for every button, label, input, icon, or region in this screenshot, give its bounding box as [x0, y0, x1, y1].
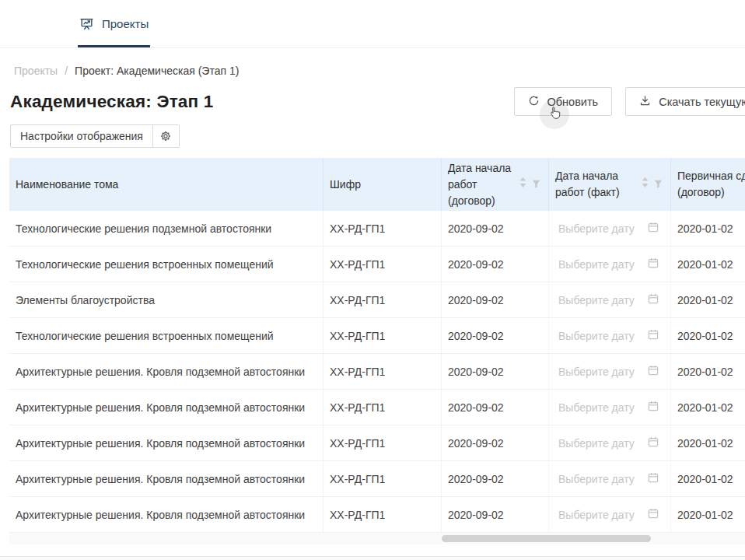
- table-row: Архитектурные решения. Кровля подземной …: [9, 354, 745, 390]
- cell-start-fact: Выберите дату: [548, 390, 670, 425]
- cell-volume-name: Архитектурные решения. Кровля подземной …: [9, 497, 323, 532]
- calendar-icon: [648, 436, 659, 450]
- cell-start-fact: Выберите дату: [548, 282, 670, 317]
- date-picker-placeholder: Выберите дату: [558, 294, 635, 306]
- table-row: Технологические решения встроенных помещ…: [9, 247, 745, 282]
- date-picker-placeholder: Выберите дату: [558, 366, 635, 378]
- breadcrumb: Проекты / Проект: Академическая (Этап 1): [14, 65, 745, 77]
- date-picker-placeholder: Выберите дату: [558, 330, 635, 342]
- cell-start-contract: 2020-09-02: [441, 211, 548, 246]
- horizontal-scrollbar-thumb[interactable]: [442, 535, 651, 542]
- calendar-icon: [648, 508, 659, 521]
- cell-volume-name: Архитектурные решения. Кровля подземной …: [9, 461, 323, 496]
- sort-icon[interactable]: [519, 177, 526, 193]
- calendar-icon: [648, 365, 659, 378]
- date-picker-placeholder: Выберите дату: [558, 473, 635, 485]
- refresh-button-label: Обновить: [547, 96, 599, 108]
- display-settings-label[interactable]: Настройки отображения: [11, 125, 153, 147]
- refresh-icon: [528, 95, 540, 109]
- breadcrumb-root[interactable]: Проекты: [14, 65, 58, 77]
- column-header-start-fact: Дата начала работ (факт): [548, 158, 670, 211]
- cell-primary-contract: 2020-01-02: [670, 247, 745, 282]
- breadcrumb-current: Проект: Академическая (Этап 1): [75, 65, 239, 77]
- cell-volume-name: Технологические решения встроенных помещ…: [9, 247, 323, 282]
- table-row: Архитектурные решения. Кровля подземной …: [9, 425, 745, 461]
- column-header-label: Наименование тома: [16, 177, 317, 193]
- cell-code: ХХ-РД-ГП1: [323, 461, 441, 496]
- cell-start-fact: Выберите дату: [548, 461, 670, 496]
- date-fact-picker[interactable]: Выберите дату: [555, 222, 664, 235]
- cell-start-fact: Выберите дату: [548, 425, 670, 460]
- cell-start-fact: Выберите дату: [548, 318, 670, 353]
- cell-start-fact: Выберите дату: [548, 497, 670, 532]
- cell-start-contract: 2020-09-02: [441, 354, 548, 389]
- nav-tab-projects[interactable]: Проекты: [78, 0, 150, 47]
- date-fact-picker[interactable]: Выберите дату: [555, 401, 664, 414]
- calendar-icon: [648, 257, 659, 271]
- cell-volume-name: Технологические решения подземной автост…: [9, 211, 323, 246]
- cell-start-contract: 2020-09-02: [441, 318, 548, 353]
- date-fact-picker[interactable]: Выберите дату: [555, 293, 664, 306]
- date-picker-placeholder: Выберите дату: [558, 401, 635, 414]
- table-row: Архитектурные решения. Кровля подземной …: [9, 390, 745, 425]
- table-header-row: Наименование тома Шифр Дата начала работ…: [9, 158, 745, 211]
- column-header-controls: [642, 177, 663, 193]
- download-icon: [639, 95, 651, 109]
- date-fact-picker[interactable]: Выберите дату: [555, 329, 664, 342]
- cell-code: ХХ-РД-ГП1: [323, 425, 441, 460]
- table-row: Технологические решения встроенных помещ…: [9, 318, 745, 354]
- column-header-label: Шифр: [330, 177, 435, 193]
- date-picker-placeholder: Выберите дату: [558, 437, 635, 450]
- column-header-controls: [519, 177, 540, 193]
- cell-start-contract: 2020-09-02: [441, 425, 548, 460]
- volumes-table: Наименование тома Шифр Дата начала работ…: [9, 158, 745, 533]
- settings-row: Настройки отображения: [10, 124, 745, 148]
- cell-start-contract: 2020-09-02: [441, 461, 548, 496]
- nav-tab-label: Проекты: [102, 17, 149, 30]
- title-row: Академическая: Этап 1 Обновить Скачать т…: [10, 87, 745, 116]
- cell-start-fact: Выберите дату: [548, 247, 670, 282]
- cell-primary-contract: 2020-01-02: [670, 211, 745, 246]
- cell-primary-contract: 2020-01-02: [670, 425, 745, 460]
- table-container: Наименование тома Шифр Дата начала работ…: [9, 158, 745, 544]
- column-header-start-contract: Дата начала работ (договор): [441, 158, 548, 211]
- horizontal-scrollbar-track[interactable]: [9, 533, 745, 544]
- cell-start-contract: 2020-09-02: [441, 390, 548, 425]
- table-body: Технологические решения подземной автост…: [9, 211, 745, 533]
- column-header-code: Шифр: [323, 158, 441, 211]
- filter-icon[interactable]: [654, 177, 663, 193]
- cell-volume-name: Технологические решения встроенных помещ…: [9, 318, 323, 353]
- date-fact-picker[interactable]: Выберите дату: [555, 472, 664, 485]
- cell-volume-name: Элементы благоустройства: [9, 282, 323, 317]
- page-title: Академическая: Этап 1: [10, 92, 214, 112]
- calendar-icon: [648, 329, 659, 342]
- cell-volume-name: Архитектурные решения. Кровля подземной …: [9, 390, 323, 425]
- cell-primary-contract: 2020-01-02: [670, 354, 745, 389]
- action-buttons: Обновить Скачать текущую версию: [514, 87, 745, 116]
- cell-primary-contract: 2020-01-02: [670, 282, 745, 317]
- footer-divider: [0, 556, 745, 560]
- sort-icon[interactable]: [642, 177, 649, 193]
- cell-start-fact: Выберите дату: [548, 211, 670, 246]
- date-fact-picker[interactable]: Выберите дату: [555, 365, 664, 378]
- cell-code: ХХ-РД-ГП1: [323, 354, 441, 389]
- cell-code: ХХ-РД-ГП1: [323, 390, 441, 425]
- gear-icon[interactable]: [153, 125, 179, 147]
- filter-icon[interactable]: [532, 177, 540, 193]
- display-settings-button: Настройки отображения: [10, 124, 180, 148]
- download-current-version-button[interactable]: Скачать текущую версию: [625, 87, 745, 116]
- cell-code: ХХ-РД-ГП1: [323, 282, 441, 317]
- date-picker-placeholder: Выберите дату: [558, 509, 635, 521]
- calendar-icon: [648, 401, 659, 414]
- date-fact-picker[interactable]: Выберите дату: [555, 257, 664, 271]
- date-fact-picker[interactable]: Выберите дату: [555, 436, 664, 450]
- calendar-icon: [648, 293, 659, 306]
- download-button-label: Скачать текущую версию: [659, 96, 745, 108]
- date-picker-placeholder: Выберите дату: [558, 222, 635, 235]
- cell-code: ХХ-РД-ГП1: [323, 247, 441, 282]
- cell-code: ХХ-РД-ГП1: [323, 318, 441, 353]
- cell-start-contract: 2020-09-02: [441, 282, 548, 317]
- cell-primary-contract: 2020-01-02: [670, 461, 745, 496]
- date-fact-picker[interactable]: Выберите дату: [555, 508, 664, 521]
- refresh-button[interactable]: Обновить: [514, 87, 613, 116]
